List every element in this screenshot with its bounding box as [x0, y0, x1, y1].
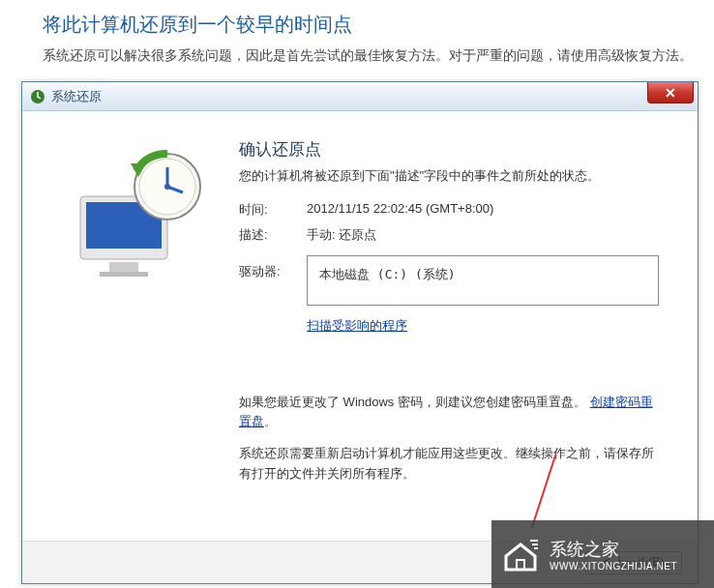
close-button[interactable]: ✕ [647, 82, 694, 103]
drives-label: 驱动器: [239, 255, 307, 306]
confirm-description: 您的计算机将被还原到下面"描述"字段中的事件之前所处的状态。 [239, 166, 659, 186]
svg-rect-4 [100, 272, 148, 277]
confirm-title: 确认还原点 [239, 138, 659, 161]
scan-affected-programs-link[interactable]: 扫描受影响的程序 [307, 318, 407, 333]
svg-rect-3 [109, 262, 138, 272]
restart-note: 系统还原需要重新启动计算机才能应用这些更改。继续操作之前，请保存所有打开的文件并… [239, 444, 659, 485]
watermark-url: WWW.XITONGZHIJIA.NET [550, 561, 677, 572]
content-column: 确认还原点 您的计算机将被还原到下面"描述"字段中的事件之前所处的状态。 时间:… [239, 138, 659, 521]
drives-listbox[interactable]: 本地磁盘 (C:) (系统) [307, 255, 659, 306]
password-note: 如果您最近更改了 Windows 密码，则建议您创建密码重置盘。 创建密码重置盘… [239, 393, 659, 433]
restore-illustration [61, 138, 216, 521]
titlebar-text: 系统还原 [51, 88, 102, 105]
restore-icon [30, 89, 45, 104]
dialog-body: 确认还原点 您的计算机将被还原到下面"描述"字段中的事件之前所处的状态。 时间:… [22, 111, 698, 541]
description-label: 描述: [239, 226, 307, 244]
password-note-suffix: 。 [264, 414, 277, 428]
time-value: 2012/11/15 22:02:45 (GMT+8:00) [307, 201, 659, 219]
description-value: 手动: 还原点 [307, 226, 659, 244]
time-label: 时间: [239, 201, 307, 219]
page-subtext: 系统还原可以解决很多系统问题，因此是首先尝试的最佳恢复方法。对于严重的问题，请使… [0, 47, 714, 84]
svg-point-9 [164, 184, 170, 190]
watermark-name: 系统之家 [550, 538, 677, 561]
watermark: 系统之家 WWW.XITONGZHIJIA.NET [491, 520, 714, 588]
page-heading: 将此计算机还原到一个较早的时间点 [0, 0, 714, 47]
watermark-logo-icon [501, 535, 540, 573]
titlebar: 系统还原 ✕ [22, 82, 698, 111]
system-restore-dialog: 系统还原 ✕ 确认还原点 您的计算机将被还 [21, 81, 699, 584]
password-note-text: 如果您最近更改了 Windows 密码，则建议您创建密码重置盘。 [239, 395, 586, 409]
